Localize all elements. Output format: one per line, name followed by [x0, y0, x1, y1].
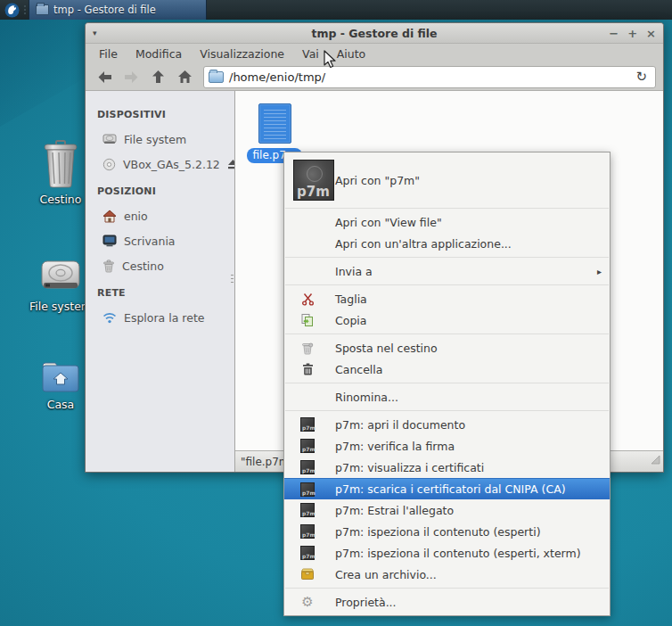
- toolbar: /home/enio/tmp/ ↻: [86, 63, 663, 91]
- menu-item-invia-a[interactable]: Invia a ▸: [284, 260, 610, 282]
- menu-item-crea-archivio[interactable]: Crea un archivio...: [284, 564, 610, 585]
- menu-item-sposta-nel-cestino[interactable]: Sposta nel cestino: [284, 337, 610, 358]
- statusbar-text: "file.p7m: [241, 456, 290, 468]
- minimize-button[interactable]: −: [609, 28, 619, 39]
- desktop-icon-label: File system: [29, 300, 92, 313]
- titlebar[interactable]: ▾ tmp - Gestore di file − + ×: [86, 23, 663, 44]
- reload-button[interactable]: ↻: [632, 70, 651, 84]
- sidebar-item-cestino[interactable]: Cestino: [97, 253, 234, 278]
- menu-item-cancella[interactable]: Cancella: [284, 358, 610, 380]
- p7m-icon: p7m: [300, 439, 315, 453]
- sidebar-item-label: enio: [124, 210, 148, 223]
- menu-separator: [285, 383, 609, 383]
- sidebar-item-scrivania[interactable]: Scrivania: [97, 228, 234, 253]
- p7m-thumbnail-icon: p7m: [293, 160, 334, 201]
- sidebar-header-dispositivi: DISPOSITIVI: [97, 109, 234, 120]
- desktop-icon: [102, 235, 117, 247]
- sidebar-header-posizioni: POSIZIONI: [97, 185, 234, 197]
- sidebar-item-label: Scrivania: [124, 235, 176, 248]
- p7m-icon: p7m: [300, 546, 315, 560]
- up-arrow-icon: [152, 70, 165, 84]
- maximize-button[interactable]: +: [627, 28, 637, 39]
- menu-item-p7m-apri-documento[interactable]: p7m p7m: apri il documento: [284, 414, 610, 435]
- menu-item-apri-con-view-file[interactable]: Apri con "View file": [284, 211, 610, 233]
- menubar: File Modifica Visualizzazione Vai Aiuto: [86, 44, 663, 63]
- forward-arrow-icon: [124, 70, 139, 84]
- sidebar-item-esplora-la-rete[interactable]: Esplora la rete: [97, 305, 234, 330]
- cut-icon: [300, 292, 315, 306]
- desktop-icon-label: Casa: [47, 398, 75, 411]
- close-button[interactable]: ×: [646, 28, 656, 39]
- hard-drive-icon: [40, 255, 81, 296]
- p7m-icon: p7m: [300, 482, 315, 497]
- p7m-icon: p7m: [300, 503, 315, 517]
- path-text[interactable]: /home/enio/tmp/: [229, 70, 632, 84]
- gear-icon: ⚙: [300, 595, 315, 609]
- menu-separator: [285, 284, 609, 285]
- eject-icon: [227, 159, 235, 169]
- path-entry[interactable]: /home/enio/tmp/ ↻: [203, 66, 656, 88]
- mouse-cursor: [324, 50, 338, 73]
- delete-icon: [300, 362, 315, 376]
- menu-item-apri-con-p7m[interactable]: p7m Apri con "p7m": [284, 155, 610, 205]
- sidebar-item-file-system[interactable]: File system: [97, 127, 234, 152]
- menu-separator: [285, 208, 609, 209]
- archive-icon: [300, 567, 315, 581]
- menu-visualizzazione[interactable]: Visualizzazione: [192, 45, 292, 62]
- menu-vai[interactable]: Vai: [294, 45, 327, 62]
- network-wifi-icon: [102, 311, 117, 324]
- menu-item-apri-con-altra-applicazione[interactable]: Apri con un'altra applicazione...: [284, 233, 610, 254]
- forward-button[interactable]: [119, 66, 143, 87]
- sidebar: DISPOSITIVI File system VBox_GAs_5.2.12: [86, 91, 235, 472]
- sidebar-item-label: Cestino: [122, 259, 164, 273]
- menu-item-taglia[interactable]: Taglia: [284, 288, 610, 309]
- copy-icon: [300, 313, 315, 327]
- submenu-arrow-icon: ▸: [597, 267, 602, 276]
- back-button[interactable]: [93, 66, 116, 87]
- home-button[interactable]: [173, 66, 196, 87]
- panel-grip[interactable]: [24, 0, 28, 20]
- sidebar-item-label: File system: [124, 133, 186, 146]
- p7m-icon: p7m: [300, 417, 315, 432]
- menu-separator: [285, 257, 609, 258]
- menu-item-proprieta[interactable]: ⚙ Proprietà...: [284, 591, 610, 613]
- eject-button[interactable]: [227, 159, 235, 169]
- sidebar-item-label: Esplora la rete: [124, 311, 205, 325]
- menu-item-p7m-verifica-firma[interactable]: p7m p7m: verifica la firma: [284, 435, 610, 457]
- up-button[interactable]: [146, 66, 169, 87]
- document-icon: [258, 103, 291, 144]
- menu-item-p7m-scarica-certificatori[interactable]: p7m p7m: scarica i certificatori dal CNI…: [284, 478, 610, 499]
- back-arrow-icon: [97, 70, 112, 84]
- pane-resize-handle[interactable]: [230, 275, 234, 292]
- menu-separator: [285, 588, 609, 589]
- sidebar-item-label: VBox_GAs_5.2.12: [123, 158, 220, 171]
- menu-separator: [285, 410, 609, 411]
- folder-icon: [36, 4, 49, 15]
- menu-item-p7m-ispeziona-esperti[interactable]: p7m p7m: ispeziona il contenuto (esperti…: [284, 521, 610, 542]
- sidebar-item-enio[interactable]: enio: [97, 203, 234, 228]
- menu-item-p7m-ispeziona-esperti-xterm[interactable]: p7m p7m: ispeziona il contenuto (esperti…: [284, 542, 610, 564]
- p7m-icon: p7m: [300, 524, 315, 539]
- applications-menu-button[interactable]: [0, 0, 24, 20]
- context-menu: p7m Apri con "p7m" Apri con "View file" …: [283, 152, 611, 616]
- menu-item-p7m-visualizza-certificati[interactable]: p7m p7m: visualizza i certificati: [284, 457, 610, 478]
- taskbar-window-label: tmp - Gestore di file: [53, 4, 156, 16]
- taskbar: tmp - Gestore di file: [0, 0, 672, 20]
- menu-separator: [285, 334, 609, 334]
- home-icon: [102, 210, 117, 223]
- taskbar-window-button[interactable]: tmp - Gestore di file: [29, 0, 207, 20]
- menu-item-p7m-estrai-allegato[interactable]: p7m p7m: Estrai l'allegato: [284, 499, 610, 521]
- menu-file[interactable]: File: [91, 45, 126, 62]
- home-icon: [177, 70, 193, 84]
- home-folder-icon: [41, 358, 80, 394]
- resize-grip-icon[interactable]: [651, 451, 660, 468]
- window-title: tmp - Gestore di file: [86, 27, 663, 40]
- trash-can-icon: [41, 139, 80, 189]
- sidebar-item-vbox[interactable]: VBox_GAs_5.2.12: [97, 152, 234, 177]
- menu-modifica[interactable]: Modifica: [127, 45, 190, 62]
- p7m-icon: p7m: [300, 460, 315, 474]
- menu-item-rinomina[interactable]: Rinomina...: [284, 386, 610, 408]
- hard-drive-icon: [102, 133, 117, 145]
- folder-icon: [209, 71, 224, 83]
- menu-item-copia[interactable]: Copia: [284, 309, 610, 331]
